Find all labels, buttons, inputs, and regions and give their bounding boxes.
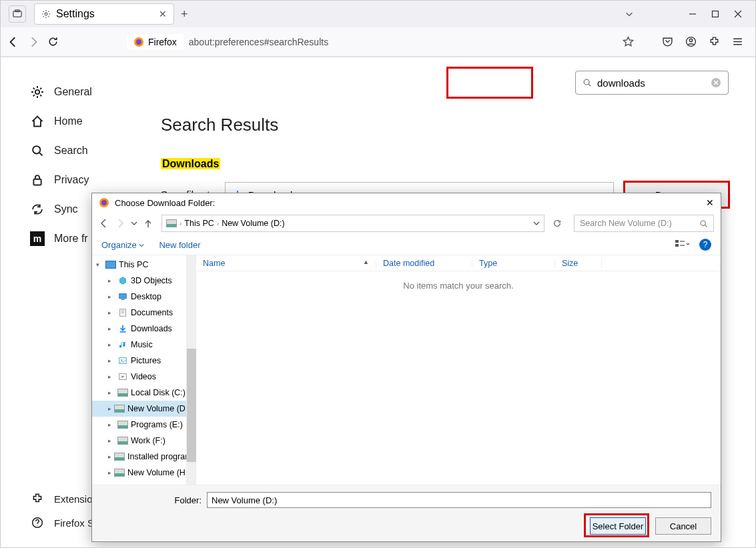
svg-point-2	[45, 13, 47, 15]
browser-chrome: Settings ✕ + Firefox about:preferences#s…	[1, 1, 755, 57]
dialog-back-button[interactable]	[99, 218, 109, 229]
breadcrumb-dropdown-icon[interactable]	[533, 220, 540, 227]
new-folder-button[interactable]: New folder	[159, 240, 200, 250]
sidebar-item-label: General	[54, 86, 92, 98]
sidebar-item-search[interactable]: Search	[30, 136, 141, 165]
dialog-footer: Folder: Select Folder Cancel	[92, 485, 721, 541]
gear-icon	[41, 9, 51, 19]
svg-point-33	[121, 359, 122, 361]
reload-button[interactable]	[47, 36, 59, 47]
breadcrumb-segment[interactable]: New Volume (D:)	[222, 219, 284, 228]
svg-rect-23	[675, 244, 679, 247]
maximize-button[interactable]	[711, 10, 719, 18]
svg-rect-12	[33, 179, 41, 185]
recent-tabs-button[interactable]	[9, 5, 26, 23]
svg-point-8	[689, 39, 692, 41]
tree-item[interactable]: ▸Videos	[92, 369, 186, 385]
identity-box[interactable]: Firefox	[127, 34, 183, 50]
account-icon[interactable]	[685, 36, 697, 47]
tree-scrollbar[interactable]	[187, 255, 196, 485]
svg-line-15	[589, 84, 591, 86]
view-options-button[interactable]	[675, 239, 690, 250]
tree-item[interactable]: ▸Work (F:)	[92, 433, 186, 449]
folder-tree[interactable]: ▾This PC▸3D Objects▸Desktop▸Documents▸Do…	[92, 255, 187, 485]
mozilla-icon: m	[30, 231, 45, 246]
folder-field-label: Folder:	[101, 495, 202, 505]
svg-rect-26	[119, 294, 127, 299]
tree-item[interactable]: ▸Downloads	[92, 321, 186, 337]
breadcrumb-bar[interactable]: › This PC › New Volume (D:)	[161, 215, 544, 232]
new-tab-button[interactable]: +	[181, 7, 188, 21]
firefox-logo-icon	[99, 197, 109, 208]
help-icon[interactable]: ?	[699, 239, 711, 251]
folder-name-input[interactable]	[207, 492, 711, 508]
svg-point-6	[136, 39, 141, 45]
column-headers[interactable]: Name▲ Date modified Type Size	[196, 255, 721, 271]
dialog-toolbar: Organize New folder ?	[92, 235, 721, 255]
sidebar-item-label: Search	[54, 145, 88, 157]
sidebar-item-home[interactable]: Home	[30, 107, 141, 136]
lock-icon	[30, 173, 45, 187]
page-title: Search Results	[161, 115, 729, 135]
tree-item[interactable]: ▸Installed program	[92, 449, 186, 465]
col-name: Name▲	[196, 259, 376, 268]
tree-item[interactable]: ▸Desktop	[92, 289, 186, 305]
svg-point-19	[101, 200, 107, 205]
svg-point-20	[701, 221, 705, 225]
sidebar-item-general[interactable]: General	[30, 77, 141, 107]
search-icon	[699, 219, 708, 228]
col-size[interactable]: Size	[555, 259, 602, 268]
tree-item[interactable]: ▸Documents	[92, 305, 186, 321]
sidebar-item-privacy[interactable]: Privacy	[30, 165, 141, 195]
recent-locations-button[interactable]	[131, 220, 137, 227]
tree-item[interactable]: ▸New Volume (D:)	[92, 401, 186, 417]
svg-line-11	[39, 153, 42, 155]
tab-close-icon[interactable]: ✕	[159, 9, 167, 19]
tree-item[interactable]: ▸New Volume (H:)	[92, 465, 186, 481]
firefox-logo-icon	[133, 37, 144, 47]
search-icon	[30, 143, 45, 158]
svg-point-10	[33, 146, 40, 153]
urlbar[interactable]: Firefox about:preferences#searchResults	[127, 34, 654, 50]
find-in-settings-input[interactable]	[575, 71, 729, 95]
tree-item[interactable]: ▸Local Disk (C:)	[92, 385, 186, 401]
find-input-field[interactable]	[597, 77, 724, 89]
dialog-close-button[interactable]: ✕	[706, 197, 714, 208]
tab-settings[interactable]: Settings ✕	[34, 3, 174, 25]
dialog-forward-button[interactable]	[115, 218, 125, 229]
tree-item[interactable]: ▾This PC	[92, 257, 186, 273]
refresh-button[interactable]	[552, 219, 569, 228]
forward-button[interactable]	[27, 36, 39, 48]
close-window-button[interactable]	[734, 10, 742, 18]
gear-icon	[30, 85, 45, 99]
sidebar-item-label: Privacy	[54, 174, 89, 186]
extensions-icon[interactable]	[709, 36, 720, 47]
pocket-icon[interactable]	[662, 36, 673, 47]
search-icon	[583, 78, 592, 87]
back-button[interactable]	[7, 36, 19, 48]
menu-icon[interactable]	[732, 36, 743, 47]
minimize-button[interactable]	[689, 10, 697, 18]
file-list-area: Name▲ Date modified Type Size No items m…	[196, 255, 721, 485]
tree-item[interactable]: ▸3D Objects	[92, 273, 186, 289]
breadcrumb-segment[interactable]: This PC	[184, 219, 214, 228]
clear-search-icon[interactable]	[711, 77, 721, 88]
choose-download-folder-dialog: Choose Download Folder: ✕ › This PC › Ne…	[91, 193, 721, 542]
tree-item[interactable]: ▸Pictures	[92, 353, 186, 369]
tree-item[interactable]: ▸Programs (E:)	[92, 417, 186, 433]
select-folder-button[interactable]: Select Folder	[590, 517, 646, 535]
col-date[interactable]: Date modified	[376, 259, 472, 268]
dialog-titlebar: Choose Download Folder: ✕	[92, 193, 721, 212]
dialog-up-button[interactable]	[143, 218, 153, 229]
cancel-button[interactable]: Cancel	[655, 517, 711, 535]
tree-item[interactable]: ▸Music	[92, 337, 186, 353]
bookmark-star-icon[interactable]	[623, 36, 634, 47]
col-type[interactable]: Type	[472, 259, 555, 268]
organize-button[interactable]: Organize	[101, 240, 144, 250]
sidebar-item-support[interactable]: Firefox Su	[30, 511, 99, 535]
dialog-search-input[interactable]: Search New Volume (D:)	[574, 215, 714, 232]
list-tabs-button[interactable]	[625, 9, 634, 19]
sidebar-item-extensions[interactable]: Extension	[30, 487, 99, 511]
search-placeholder: Search New Volume (D:)	[580, 219, 672, 228]
window-controls	[625, 9, 751, 19]
